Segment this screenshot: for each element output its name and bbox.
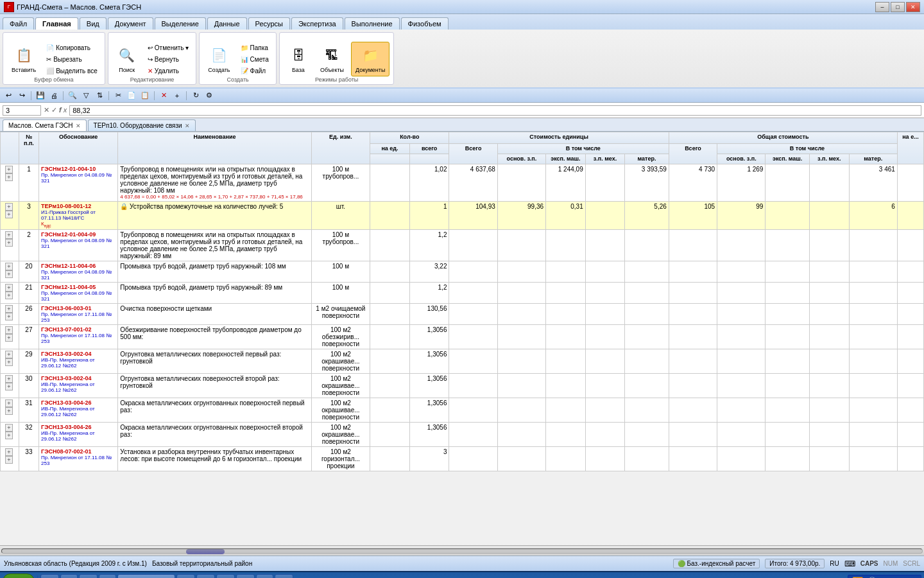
cancel-formula-icon[interactable]: ✕	[44, 106, 49, 114]
sheet-scroll-container[interactable]: № п.п. Обоснование Наименование Ед. изм.…	[0, 132, 924, 545]
smeta-button[interactable]: 📊 Смета	[237, 54, 272, 65]
row-unit-33: 100 м2 горизонтал... проекции	[311, 446, 370, 471]
tab-resources[interactable]: Ресурсы	[248, 17, 290, 30]
row-basis-3: ТЕРм10-08-001-12 И1-Приказ Госстрой от 0…	[39, 202, 118, 230]
taskbar-app1[interactable]: 🔴	[196, 574, 215, 578]
confirm-formula-icon[interactable]: ✓	[51, 106, 57, 114]
col-total-mechmach-header: з.п. мех.	[809, 154, 849, 164]
taskbar-app3[interactable]: 📋	[236, 574, 255, 578]
qa-paste[interactable]: 📋	[139, 90, 151, 101]
doc-tab-equipment[interactable]: ТЕРп10. Оборудование связи ✕	[88, 119, 196, 131]
create-button[interactable]: 📄 Создать	[203, 42, 234, 76]
col-qty-per-header: на ед.	[370, 144, 410, 154]
tab-file[interactable]: Файл	[3, 17, 34, 30]
taskbar-grand-smeta[interactable]: 📊 ГРАНД-Смета	[117, 574, 175, 578]
cut-button[interactable]: ✂ Вырезать	[43, 54, 101, 65]
qa-save[interactable]: 💾	[35, 90, 46, 101]
taskbar-outlook[interactable]: 📧	[79, 574, 98, 578]
taskbar-chrome[interactable]: 🌐	[176, 574, 195, 578]
documents-button[interactable]: 📁 Документы	[351, 42, 389, 76]
tab-data[interactable]: Данные	[207, 17, 247, 30]
table-header: № п.п. Обоснование Наименование Ед. изм.…	[1, 132, 924, 164]
tab-document[interactable]: Документ	[108, 17, 153, 30]
row-num-26: 26	[19, 303, 38, 324]
row-expand-29: + +	[1, 349, 19, 373]
qa-find[interactable]: 🔍	[67, 90, 78, 101]
col-total-mat-header: матер.	[849, 154, 897, 164]
doc-tab-smeta[interactable]: Маслов. Смета ГЭСН ✕	[3, 119, 87, 131]
tab-home[interactable]: Главная	[35, 17, 78, 30]
statusbar: Ульяновская область (Редакция 2009 г. с …	[0, 556, 924, 571]
titlebar: Г ГРАНД-Смета – Маслов. Смета ГЭСН – □ ✕	[0, 0, 924, 14]
row-unit-29: 100 м2 окрашивае... поверхности	[311, 349, 370, 373]
doc-tab-smeta-close[interactable]: ✕	[76, 123, 81, 129]
taskbar-files[interactable]: 🗂	[60, 574, 78, 578]
table-body: + + 1 ГЭСНм12-01-004-10 Пр. Минрегион от…	[1, 164, 924, 471]
qa-copy[interactable]: 📄	[126, 90, 137, 101]
main-content: № п.п. Обоснование Наименование Ед. изм.…	[0, 132, 924, 556]
objects-button[interactable]: 🏗 Объекты	[316, 42, 348, 76]
close-button[interactable]: ✕	[906, 2, 920, 12]
undo-button[interactable]: ↩ Отменить ▾	[144, 42, 192, 53]
qa-del[interactable]: ✕	[158, 90, 169, 101]
base-button[interactable]: 🗄 База	[284, 42, 313, 76]
ribbon-content: 📋 Вставить 📄 Копировать ✂ Вырезать ⬜ Выд…	[0, 30, 924, 87]
folder-button[interactable]: 📁 Папка	[237, 42, 272, 53]
qa-refresh[interactable]: ↻	[190, 90, 201, 101]
calc-type-indicator[interactable]: 🟢 Баз.-индексный расчет	[673, 559, 760, 568]
search-button[interactable]: 🔍 Поиск	[112, 42, 142, 76]
taskbar-app2[interactable]: 📐	[216, 574, 235, 578]
qa-settings[interactable]: ⚙	[203, 90, 215, 101]
taskbar-explorer[interactable]: 📁	[40, 574, 59, 578]
minimize-button[interactable]: –	[875, 2, 889, 12]
table-row: + + 27 ГЭСН13-07-001-02 Пр. Минрегион от…	[1, 324, 924, 349]
doc-tab-equipment-close[interactable]: ✕	[185, 123, 190, 129]
qa-redo[interactable]: ↪	[16, 90, 28, 101]
row-qty-per-2	[370, 229, 410, 261]
qa-print[interactable]: 🖨	[48, 90, 60, 101]
redo-button[interactable]: ↪ Вернуть	[144, 54, 192, 65]
horizontal-scrollbar[interactable]	[0, 546, 924, 556]
qa-ins[interactable]: +	[171, 90, 183, 101]
row-total-all-1: 4 730	[669, 164, 717, 202]
taskbar-word[interactable]: W	[256, 574, 273, 578]
modes-label: Режимы работы	[280, 76, 394, 83]
row-na-1	[897, 164, 923, 202]
formula-input[interactable]: 88,32	[69, 105, 921, 116]
copy-button[interactable]: 📄 Копировать	[43, 42, 101, 53]
copy-icon: 📄	[46, 44, 54, 51]
qa-filter[interactable]: ▽	[80, 90, 92, 101]
delete-button[interactable]: ✕ Удалить	[144, 66, 192, 76]
tab-expertise[interactable]: Экспертиза	[291, 17, 343, 30]
row-num-2: 2	[19, 229, 38, 261]
row-qty-total-1: 1,02	[409, 164, 449, 202]
row-basis-31: ГЭСН13-03-004-26 ИВ-Пр. Минрегиона от 29…	[39, 398, 118, 422]
qa-sep4	[154, 91, 155, 100]
maximize-button[interactable]: □	[891, 2, 905, 12]
col-qty-per-sub	[370, 154, 410, 164]
tab-view[interactable]: Вид	[80, 17, 107, 30]
insert-function-icon[interactable]: f	[59, 106, 62, 114]
row-num-3: 3	[19, 202, 38, 230]
qa-cut[interactable]: ✂	[112, 90, 124, 101]
num-indicator: NUM	[884, 560, 898, 567]
undo-icon: ↩	[148, 44, 153, 51]
ribbon-group-modes: 🗄 База 🏗 Объекты 📁 Документы Режимы рабо…	[279, 32, 395, 85]
select-all-button[interactable]: ⬜ Выделить все	[43, 66, 101, 76]
table-row: + + 21 ГЭСНм12-11-004-05 Пр. Минрегион о…	[1, 282, 924, 303]
taskbar-printer[interactable]: 🖨	[99, 574, 116, 578]
qa-undo[interactable]: ↩	[3, 90, 14, 101]
taskbar-firefox[interactable]: 🦊	[275, 574, 293, 578]
tab-physobj[interactable]: Физобъем	[401, 17, 449, 30]
paste-button[interactable]: 📋 Вставить	[7, 42, 40, 76]
qa-sort[interactable]: ⇅	[94, 90, 105, 101]
calc-type-label: Баз.-индексный расчет	[687, 560, 755, 567]
tab-execution[interactable]: Выполнение	[345, 17, 400, 30]
cell-reference-input[interactable]: 3	[3, 105, 41, 116]
row-name-20: Промывка труб водой, диаметр труб наружн…	[118, 261, 311, 282]
tab-selection[interactable]: Выделение	[155, 17, 206, 30]
quick-access-toolbar: ↩ ↪ 💾 🖨 🔍 ▽ ⇅ ✂ 📄 📋 ✕ + ↻ ⚙	[0, 89, 924, 103]
scroll-thumb[interactable]	[186, 549, 225, 554]
start-button[interactable]: ⊞	[3, 574, 35, 578]
file-button[interactable]: 📝 Файл	[237, 66, 272, 76]
